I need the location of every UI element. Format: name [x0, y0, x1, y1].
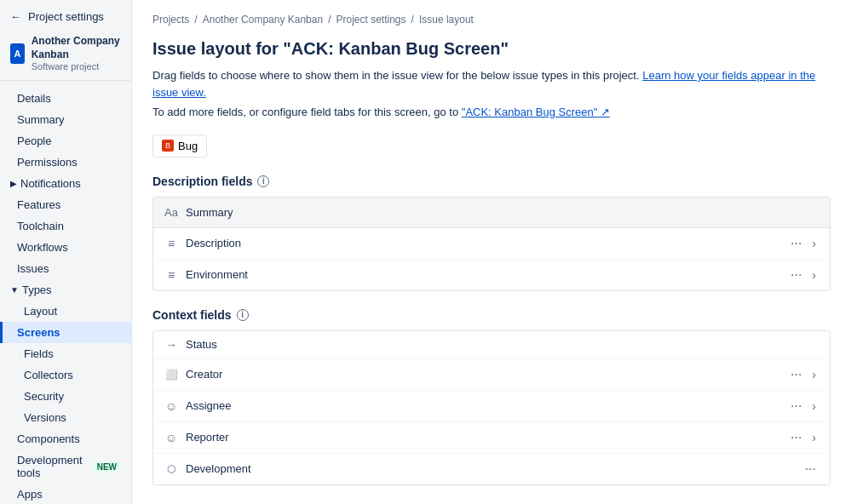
page-description: Drag fields to choose where to show them…	[152, 67, 831, 100]
description-label: Description	[186, 237, 780, 249]
assignee-dots-button[interactable]: ···	[787, 398, 805, 415]
reporter-chevron-button[interactable]: ›	[808, 429, 819, 446]
description-dots-button[interactable]: ···	[787, 235, 805, 252]
project-icon: A	[10, 43, 25, 64]
assignee-actions: ··· ›	[787, 398, 819, 415]
environment-field-row: ≡ Environment ··· ›	[153, 260, 830, 290]
creator-icon: ⬜	[164, 369, 179, 381]
assignee-label: Assignee	[186, 399, 780, 412]
issues-expand-icon: ▼	[10, 285, 19, 295]
back-arrow-icon: ←	[10, 10, 21, 23]
summary-icon: Aa	[164, 206, 179, 219]
sidebar-item-notifications[interactable]: ▶ Notifications	[0, 173, 131, 194]
environment-chevron-button[interactable]: ›	[808, 266, 819, 284]
page-description-2: To add more fields, or configure field t…	[152, 104, 831, 121]
environment-actions: ··· ›	[787, 266, 819, 284]
sidebar-item-security[interactable]: Versions	[0, 407, 131, 428]
sidebar-item-workflows[interactable]: Issues	[0, 258, 131, 279]
sidebar-item-dev-tools[interactable]: Apps	[0, 484, 131, 504]
description-field-row: ≡ Description ··· ›	[153, 228, 830, 260]
new-badge: NEW	[93, 461, 121, 472]
description-icon: ≡	[164, 237, 179, 250]
project-name: Another Company Kanban	[32, 35, 121, 61]
environment-dots-button[interactable]: ···	[787, 266, 805, 284]
sidebar-back-button[interactable]: ← Project settings	[0, 0, 131, 30]
assignee-icon: ☺	[164, 399, 179, 413]
sidebar-item-permissions[interactable]: Permissions	[0, 152, 131, 173]
breadcrumb-project-settings[interactable]: Project settings	[336, 14, 405, 26]
creator-label: Creator	[186, 368, 780, 381]
breadcrumb: Projects / Another Company Kanban / Proj…	[152, 14, 831, 26]
assignee-chevron-button[interactable]: ›	[808, 398, 819, 415]
creator-field-row: ⬜ Creator ··· ›	[153, 359, 830, 391]
sidebar-project: A Another Company Kanban Software projec…	[0, 30, 131, 81]
sidebar-item-details[interactable]: Details	[0, 88, 131, 109]
bug-icon: B	[162, 140, 174, 152]
development-dots-button[interactable]: ···	[802, 461, 819, 478]
reporter-icon: ☺	[164, 431, 179, 444]
assignee-field-row: ☺ Assignee ··· ›	[153, 391, 830, 422]
sidebar-title: Project settings	[28, 10, 104, 23]
sidebar-item-summary[interactable]: Summary	[0, 109, 131, 130]
reporter-actions: ··· ›	[787, 429, 819, 446]
bug-type-button[interactable]: B Bug	[152, 135, 207, 158]
description-actions: ··· ›	[787, 235, 819, 252]
creator-dots-button[interactable]: ···	[787, 366, 805, 383]
sidebar-item-toolchain[interactable]: Workflows	[0, 237, 131, 258]
project-info: Another Company Kanban Software project	[32, 35, 121, 72]
creator-chevron-button[interactable]: ›	[808, 366, 819, 383]
status-icon: →	[164, 338, 179, 352]
sidebar-item-automation[interactable]: Features	[0, 194, 131, 215]
development-icon: ⬡	[164, 463, 179, 475]
status-label: Status	[186, 338, 819, 351]
breadcrumb-projects[interactable]: Projects	[152, 14, 189, 26]
screen-link[interactable]: "ACK: Kanban Bug Screen" ↗	[462, 106, 610, 118]
external-link-icon: ↗	[601, 106, 610, 118]
environment-icon: ≡	[164, 268, 179, 282]
sidebar-item-collectors[interactable]: Security	[0, 386, 131, 407]
environment-label: Environment	[186, 268, 780, 281]
context-fields-section: → Status ⬜ Creator ··· › ☺ Assignee ··· …	[152, 330, 831, 485]
description-fields-title: Description fields i	[152, 175, 831, 188]
development-actions: ···	[802, 461, 819, 478]
context-info-icon[interactable]: i	[237, 309, 249, 321]
sidebar-item-issues[interactable]: ▼ Types	[0, 279, 131, 301]
sidebar-item-screens[interactable]: Fields	[0, 343, 131, 364]
development-field-row: ⬡ Development ···	[153, 454, 830, 484]
reporter-dots-button[interactable]: ···	[787, 429, 805, 446]
reporter-label: Reporter	[186, 431, 780, 444]
breadcrumb-project[interactable]: Another Company Kanban	[203, 14, 323, 26]
page-title: Issue layout for "ACK: Kanban Bug Screen…	[152, 39, 831, 59]
sidebar-item-types[interactable]: Layout	[0, 301, 131, 322]
summary-label: Summary	[186, 206, 819, 219]
description-info-icon[interactable]: i	[257, 175, 269, 187]
sidebar-item-layout[interactable]: Screens	[0, 322, 131, 343]
sidebar-nav: Details Summary People Permissions ▶ Not…	[0, 81, 131, 504]
notifications-expand-icon: ▶	[10, 179, 17, 188]
reporter-field-row: ☺ Reporter ··· ›	[153, 422, 830, 454]
development-label: Development	[186, 462, 795, 475]
description-chevron-button[interactable]: ›	[808, 235, 819, 252]
creator-actions: ··· ›	[787, 366, 819, 383]
breadcrumb-current: Issue layout	[419, 14, 474, 26]
sidebar-item-people[interactable]: People	[0, 130, 131, 152]
description-fields-section: Aa Summary ≡ Description ··· › ≡ Environ…	[152, 197, 831, 291]
context-fields-title: Context fields i	[152, 308, 831, 322]
main-content: Projects / Another Company Kanban / Proj…	[132, 0, 851, 504]
sidebar-item-features[interactable]: Toolchain	[0, 215, 131, 237]
sidebar: ← Project settings A Another Company Kan…	[0, 0, 132, 504]
summary-field-row: Aa Summary	[153, 198, 830, 228]
sidebar-item-versions[interactable]: Components	[0, 428, 131, 450]
sidebar-item-components[interactable]: Development tools NEW	[0, 450, 131, 484]
sidebar-item-fields[interactable]: Collectors	[0, 364, 131, 386]
status-field-row: → Status	[153, 331, 830, 359]
project-type: Software project	[32, 61, 121, 72]
